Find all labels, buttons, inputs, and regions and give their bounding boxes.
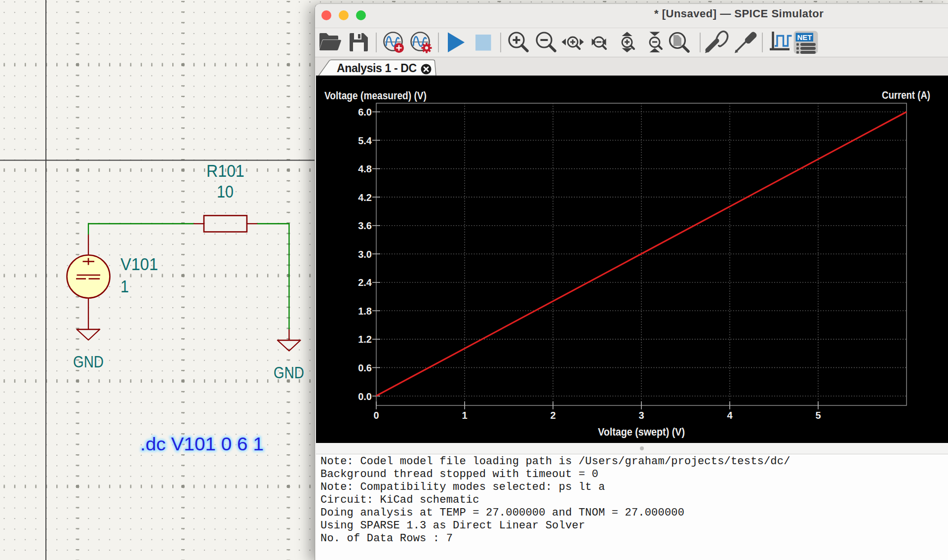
- svg-text:Analysis 1 - DC: Analysis 1 - DC: [337, 62, 417, 75]
- svg-text:3.6: 3.6: [358, 220, 372, 231]
- svg-text:1: 1: [120, 277, 129, 296]
- svg-text:GND: GND: [73, 352, 104, 371]
- svg-text:Voltage (swept) (V): Voltage (swept) (V): [598, 426, 685, 438]
- svg-text:4.8: 4.8: [358, 163, 372, 174]
- svg-text:10: 10: [217, 182, 234, 201]
- svg-text:V101: V101: [120, 254, 158, 274]
- svg-text:4: 4: [727, 410, 733, 421]
- svg-text:0: 0: [373, 410, 379, 421]
- svg-text:3.0: 3.0: [358, 249, 372, 260]
- svg-text:NET: NET: [797, 33, 812, 41]
- svg-text:0.6: 0.6: [358, 362, 372, 373]
- svg-text:6.0: 6.0: [358, 107, 372, 118]
- svg-text:.dc V101 0 6 1: .dc V101 0 6 1: [140, 434, 264, 454]
- svg-text:2.4: 2.4: [358, 277, 372, 288]
- svg-text:GND: GND: [274, 363, 304, 382]
- svg-text:0.0: 0.0: [358, 391, 372, 402]
- svg-text:4.2: 4.2: [358, 192, 372, 203]
- svg-text:1: 1: [462, 410, 467, 421]
- svg-text:5: 5: [815, 410, 821, 421]
- svg-text:1.8: 1.8: [358, 306, 372, 317]
- svg-text:3: 3: [638, 410, 644, 421]
- svg-text:Current (A): Current (A): [882, 89, 930, 101]
- svg-text:Voltage (measured) (V): Voltage (measured) (V): [324, 89, 427, 102]
- svg-text:5.4: 5.4: [358, 135, 372, 146]
- svg-text:R101: R101: [206, 161, 244, 180]
- svg-text:1.2: 1.2: [358, 334, 372, 345]
- svg-text:2: 2: [550, 410, 555, 421]
